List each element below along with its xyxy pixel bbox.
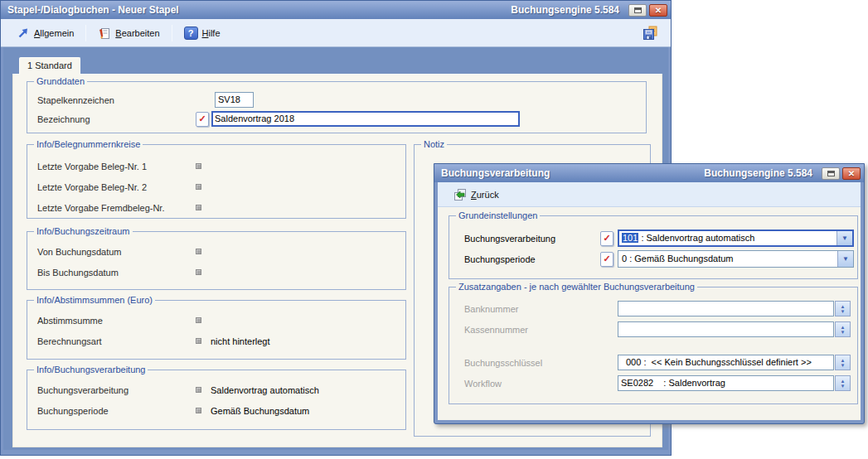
toolbar-label-hilfe: Hilfe <box>202 28 221 38</box>
stapelkennzeichen-label: Stapelkennzeichen <box>37 95 196 105</box>
main-window-title: Stapel-/Dialogbuchen - Neuer Stapel <box>7 4 511 16</box>
info-label: Berechnungsart <box>37 336 196 346</box>
toolbar-label-bearbeiten: Bearbeiten <box>115 28 159 38</box>
stapelkennzeichen-input[interactable]: SV18 <box>215 92 254 108</box>
minimize-button[interactable] <box>628 4 647 17</box>
help-icon: ? <box>184 27 198 40</box>
kassennummer-label: Kassennummer <box>464 325 618 335</box>
info-row: Letzte Vorgabe Beleg-Nr. 2 <box>27 176 405 197</box>
combo-value: 101 : Saldenvortrag automatisch <box>619 231 836 245</box>
dropdown-button[interactable]: ▼ <box>836 231 852 245</box>
kassennummer-input[interactable]: ▲▼ <box>618 321 851 337</box>
bezeichnung-check-button[interactable]: ✓ <box>196 112 209 127</box>
fieldset-zusatzangaben: Zusatzangaben - je nach gewählter Buchun… <box>449 287 858 404</box>
spin-down-icon: ▼ <box>841 330 846 335</box>
toolbar-button-hilfe[interactable]: ? Hilfe <box>180 23 225 43</box>
red-check-icon: ✓ <box>198 114 206 124</box>
periode-row: Buchungsperiode ✓ 0 : Gemäß Buchungsdatu… <box>449 249 857 268</box>
banknummer-label: Banknummer <box>464 304 618 314</box>
legend-belegnummernkreise: Info/Belegnummernkreise <box>34 139 143 149</box>
legend-notiz: Notiz <box>421 139 447 149</box>
buchungsverarbeitung-select[interactable]: 101 : Saldenvortrag automatisch ▼ <box>618 230 854 247</box>
periode-check-button[interactable]: ✓ <box>600 252 613 267</box>
spinner-button[interactable]: ▲▼ <box>835 355 851 370</box>
arrow-ne-icon <box>17 27 30 40</box>
red-check-icon: ✓ <box>603 254 610 264</box>
spinner-button[interactable]: ▲▼ <box>835 375 851 391</box>
bullet-icon <box>196 249 201 254</box>
info-label: Letzte Vorgabe Beleg-Nr. 2 <box>37 182 196 192</box>
zurueck-button[interactable]: Zurück <box>449 185 503 205</box>
fieldset-info-buchungsverarbeitung: Info/Buchungsverarbeitung Buchungsverarb… <box>27 370 406 430</box>
buchungsschluessel-input[interactable]: 000 : << Kein Buchungsschlüssel definier… <box>618 355 851 370</box>
info-row: Letzte Vorgabe Beleg-Nr. 1 <box>27 156 405 176</box>
spin-down-icon: ▼ <box>841 384 846 389</box>
spin-value[interactable] <box>618 301 834 316</box>
verarbeitung-check-button[interactable]: ✓ <box>600 231 613 246</box>
info-label: Letzte Vorgabe Beleg-Nr. 1 <box>37 162 196 172</box>
spin-value[interactable]: SE0282 : Saldenvortrag <box>618 375 834 391</box>
bullet-icon <box>196 408 201 413</box>
spinner-button[interactable]: ▲▼ <box>835 321 851 337</box>
fieldset-grunddaten: Grunddaten Stapelkennzeichen SV18 Bezeic… <box>27 81 647 133</box>
tab-standard[interactable]: 1 Standard <box>19 57 80 75</box>
red-check-icon: ✓ <box>603 233 610 244</box>
legend-abstimmsummen: Info/Abstimmsummen (Euro) <box>34 295 155 305</box>
info-row: Von Buchungsdatum <box>27 241 405 262</box>
dropdown-button[interactable]: ▼ <box>837 251 853 267</box>
banknummer-input[interactable]: ▲▼ <box>618 301 851 316</box>
workflow-input[interactable]: SE0282 : Saldenvortrag ▲▼ <box>618 375 851 391</box>
info-label: Abstimmsumme <box>37 316 196 326</box>
info-row: Bis Buchungsdatum <box>27 262 405 283</box>
legend-buchungszeitraum: Info/Buchungszeitraum <box>34 226 133 236</box>
legend-grunddaten: Grunddaten <box>34 76 87 86</box>
spin-value[interactable]: 000 : << Kein Buchungsschlüssel definier… <box>618 355 834 370</box>
main-version-label: Buchungsengine 5.584 <box>511 4 619 16</box>
fieldset-buchungszeitraum: Info/Buchungszeitraum Von Buchungsdatum … <box>27 231 406 290</box>
workflow-label: Workflow <box>464 379 618 389</box>
info-label: Bis Buchungsdatum <box>37 268 196 278</box>
dialog-window: Buchungsverarbeitung Buchungsengine 5.58… <box>434 163 865 424</box>
combo-value: 0 : Gemäß Buchungsdatum <box>618 251 837 267</box>
info-value: Gemäß Buchungsdatum <box>211 406 309 416</box>
edit-pad-icon <box>98 27 111 40</box>
bezeichnung-label: Bezeichnung <box>37 114 196 124</box>
main-titlebar[interactable]: Stapel-/Dialogbuchen - Neuer Stapel Buch… <box>1 1 671 19</box>
fieldset-grundeinstellungen: Grundeinstellungen Buchungsverarbeitung … <box>449 215 858 279</box>
info-row: Letzte Vorgabe Fremdbeleg-Nr. <box>27 197 405 218</box>
dialog-body: Zurück Grundeinstellungen Buchungsverarb… <box>438 182 861 420</box>
info-row: Buchungsverarbeitung Saldenvortrag autom… <box>27 379 405 400</box>
minimize-icon <box>634 7 642 13</box>
minimize-icon <box>827 171 835 176</box>
chevron-down-icon: ▼ <box>842 255 849 263</box>
bullet-icon <box>196 269 201 275</box>
dialog-minimize-button[interactable] <box>822 167 840 180</box>
info-label: Buchungsperiode <box>37 406 196 416</box>
close-button[interactable]: ✕ <box>649 4 667 17</box>
save-button[interactable] <box>638 22 662 44</box>
buchungsperiode-select[interactable]: 0 : Gemäß Buchungsdatum ▼ <box>618 250 854 268</box>
buchungsschluessel-label: Buchungsschlüssel <box>464 358 618 368</box>
back-arrow-icon <box>453 188 467 201</box>
fieldset-belegnummernkreise: Info/Belegnummernkreise Letzte Vorgabe B… <box>27 144 406 219</box>
legend-grundeinstellungen: Grundeinstellungen <box>456 210 540 220</box>
workflow-row: Workflow SE0282 : Saldenvortrag ▲▼ <box>449 373 857 394</box>
info-label: Buchungsverarbeitung <box>37 385 196 395</box>
dialog-version-label: Buchungsengine 5.584 <box>704 167 812 179</box>
bezeichnung-input[interactable]: Saldenvortrag 2018 <box>211 111 520 127</box>
banknummer-row: Banknummer ▲▼ <box>449 298 857 319</box>
spinner-button[interactable]: ▲▼ <box>835 301 851 316</box>
toolbar-separator <box>172 25 172 41</box>
spin-value[interactable] <box>618 321 834 337</box>
toolbar-button-bearbeiten[interactable]: Bearbeiten <box>94 23 163 43</box>
info-row: Buchungsperiode Gemäß Buchungsdatum <box>27 400 405 421</box>
bullet-icon <box>196 184 201 190</box>
dialog-content: Grundeinstellungen Buchungsverarbeitung … <box>438 207 861 420</box>
dialog-toolbar: Zurück <box>438 182 861 207</box>
info-value: nicht hinterlegt <box>211 336 270 346</box>
toolbar-separator <box>85 25 86 41</box>
dialog-titlebar[interactable]: Buchungsverarbeitung Buchungsengine 5.58… <box>434 164 864 182</box>
toolbar-button-allgemein[interactable]: Allgemein <box>12 23 78 43</box>
dialog-close-button[interactable]: ✕ <box>842 167 861 180</box>
legend-zusatzangaben: Zusatzangaben - je nach gewählter Buchun… <box>456 282 697 292</box>
